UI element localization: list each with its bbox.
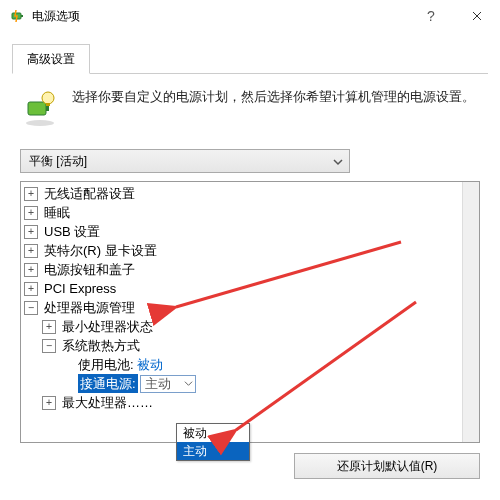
- tree-item[interactable]: +睡眠: [24, 203, 476, 222]
- battery-value[interactable]: 被动: [137, 355, 163, 374]
- settings-tree[interactable]: +无线适配器设置 +睡眠 +USB 设置 +英特尔(R) 显卡设置 +电源按钮和…: [20, 181, 480, 443]
- power-options-icon: [10, 8, 26, 24]
- expand-icon[interactable]: +: [24, 244, 38, 258]
- window-title: 电源选项: [32, 8, 80, 25]
- tree-item[interactable]: −处理器电源管理: [24, 298, 476, 317]
- tree-item[interactable]: +最小处理器状态: [24, 317, 476, 336]
- collapse-icon[interactable]: −: [24, 301, 38, 315]
- battery-bulb-icon: [20, 88, 60, 131]
- tab-bar: 高级设置: [0, 32, 500, 74]
- plan-select-value: 平衡 [活动]: [29, 153, 87, 170]
- power-plan-select[interactable]: 平衡 [活动]: [20, 149, 350, 173]
- svg-rect-4: [46, 106, 49, 111]
- svg-point-2: [26, 120, 54, 126]
- titlebar: 电源选项 ?: [0, 0, 500, 32]
- dropdown-option-passive[interactable]: 被动: [177, 424, 249, 442]
- tree-item[interactable]: +PCI Express: [24, 279, 476, 298]
- expand-icon[interactable]: +: [24, 263, 38, 277]
- description-text: 选择你要自定义的电源计划，然后选择你希望计算机管理的电源设置。: [72, 88, 475, 106]
- expand-icon[interactable]: +: [24, 187, 38, 201]
- expand-icon[interactable]: +: [24, 206, 38, 220]
- tree-item[interactable]: +英特尔(R) 显卡设置: [24, 241, 476, 260]
- setting-on-battery[interactable]: 使用电池: 被动: [24, 355, 476, 374]
- plugged-value-combo[interactable]: 主动: [140, 375, 196, 393]
- expand-icon[interactable]: +: [42, 320, 56, 334]
- svg-rect-1: [21, 15, 23, 17]
- setting-plugged-in[interactable]: 接通电源:主动: [24, 374, 476, 393]
- tree-item[interactable]: +无线适配器设置: [24, 184, 476, 203]
- scrollbar[interactable]: [462, 182, 479, 442]
- help-button[interactable]: ?: [408, 0, 454, 32]
- tab-advanced[interactable]: 高级设置: [12, 44, 90, 74]
- cooling-dropdown[interactable]: 被动 主动: [176, 423, 250, 461]
- plugged-key-selected: 接通电源:: [78, 374, 138, 393]
- chevron-down-icon: [333, 156, 343, 166]
- svg-rect-3: [28, 102, 46, 115]
- restore-defaults-button[interactable]: 还原计划默认值(R): [294, 453, 480, 479]
- collapse-icon[interactable]: −: [42, 339, 56, 353]
- tree-item[interactable]: −系统散热方式: [24, 336, 476, 355]
- dropdown-option-active[interactable]: 主动: [177, 442, 249, 460]
- tree-item[interactable]: +USB 设置: [24, 222, 476, 241]
- expand-icon[interactable]: +: [24, 225, 38, 239]
- close-button[interactable]: [454, 0, 500, 32]
- expand-icon[interactable]: +: [24, 282, 38, 296]
- description-panel: 选择你要自定义的电源计划，然后选择你希望计算机管理的电源设置。: [0, 74, 500, 145]
- svg-point-5: [42, 92, 54, 104]
- tree-item[interactable]: +电源按钮和盖子: [24, 260, 476, 279]
- tree-item[interactable]: +最大处理器……: [24, 393, 476, 412]
- expand-icon[interactable]: +: [42, 396, 56, 410]
- svg-rect-6: [46, 103, 50, 106]
